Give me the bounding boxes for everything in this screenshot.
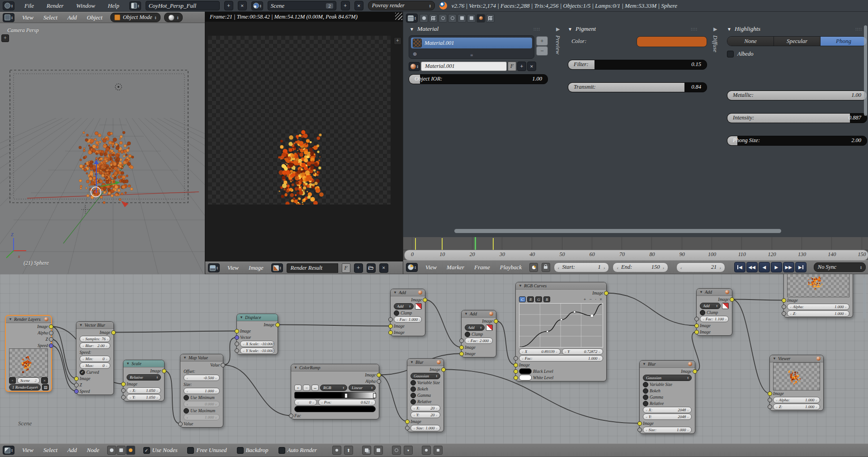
metallic-slider[interactable]: Metallic: 1.00 <box>727 90 867 100</box>
area-corner-widget[interactable] <box>395 13 402 20</box>
current-frame-field[interactable]: ‹ 21 › <box>676 262 725 272</box>
properties-tab-world[interactable] <box>448 14 457 23</box>
menu-marker[interactable]: Marker <box>443 263 468 272</box>
collapse-triangle-icon[interactable]: ▼ <box>240 315 243 319</box>
collapse-triangle-icon[interactable]: ▼ <box>464 312 468 316</box>
node-add-1[interactable]: ▼AddImageAdd▴▾Clamp‹Fac:1.000›ImageImage <box>390 289 425 336</box>
node-vector-blur[interactable]: ▼Vector BlurImage‹Samples:76›‹Blur:2.00›… <box>76 321 114 395</box>
checkbox[interactable] <box>278 447 285 454</box>
value-field[interactable]: ‹Fac:2.000› <box>465 338 493 344</box>
menu-node[interactable]: Node <box>83 446 103 455</box>
properties-tab-render-layers[interactable] <box>429 14 438 23</box>
menu-select[interactable]: Select <box>39 13 61 22</box>
checkbox[interactable] <box>237 447 244 454</box>
node-render-layers[interactable]: ▼Render LayersImageAlphaZSpeed◦Scene2×1 … <box>5 315 52 391</box>
node-link[interactable] <box>51 339 76 385</box>
material-datablock-icon-button[interactable]: ▴▾ <box>409 62 420 71</box>
panel-grip[interactable]: :::: <box>691 26 698 31</box>
scene-users-badge[interactable]: 2 <box>326 3 333 9</box>
menu-select[interactable]: Select <box>39 446 61 455</box>
menu-playback[interactable]: Playback <box>496 263 526 272</box>
toggle-backdrop[interactable]: Backdrop <box>237 447 269 454</box>
pigment-color-swatch[interactable] <box>637 36 707 47</box>
menu-view[interactable]: View <box>18 13 38 22</box>
editor-type-node[interactable]: ▴▾ <box>3 446 14 455</box>
editor-type-3d-view[interactable]: ▴▾ <box>3 13 14 22</box>
panel-grip[interactable]: :::: <box>855 26 862 31</box>
node-header[interactable]: ▼Blur <box>640 361 695 368</box>
input-socket-size[interactable] <box>405 426 410 430</box>
panel-expand-plus-icon[interactable]: + <box>394 37 401 45</box>
screen-layout-field[interactable]: CoyHot_Persp_Full <box>146 1 220 10</box>
mode-dropdown[interactable]: Object Mode ▴▾ <box>110 13 160 22</box>
input-socket-image[interactable] <box>694 324 699 328</box>
node-rgb-curves[interactable]: ▼RGB CurvesImageCRGB+−·×‹X0.89339›‹Y0.72… <box>515 282 607 381</box>
input-socket-image[interactable] <box>121 382 126 386</box>
input-socket-x[interactable] <box>121 388 126 393</box>
value-field[interactable]: ‹X0.89339› <box>519 348 561 355</box>
colorramp-active-color-bar[interactable] <box>294 406 376 412</box>
go-to-parent-tree-icon[interactable]: ⬆ <box>344 446 353 455</box>
scene-name-field[interactable]: Scene 2 <box>268 1 336 10</box>
node-displace[interactable]: ▼DisplaceImageImageVector‹X Scale:-10.00… <box>236 314 278 355</box>
properties-horizontal-scrollbar[interactable] <box>454 229 781 233</box>
node-header[interactable]: ▼Blur <box>407 359 443 366</box>
list-resize-grip[interactable]: ≡ <box>470 52 473 58</box>
curve-tool-0[interactable]: + <box>583 297 587 302</box>
node-scale[interactable]: ▼ScaleImageRelative▴▾Image‹X:1.050›‹Y:1.… <box>123 360 165 401</box>
value-field[interactable]: ‹Fac:1.000› <box>394 316 422 323</box>
output-socket-image[interactable] <box>730 297 734 302</box>
copy-buffers-icon[interactable] <box>362 446 371 455</box>
input-socket-size[interactable] <box>637 428 642 432</box>
node-editor[interactable]: ▼Render LayersImageAlphaZSpeed◦Scene2×1 … <box>0 274 868 443</box>
value-field[interactable]: ‹Y:1.050› <box>127 394 161 400</box>
menu-object[interactable]: Object <box>83 13 107 22</box>
output-socket-image[interactable] <box>604 291 609 295</box>
collapse-triangle-icon[interactable]: ▼ <box>410 360 414 364</box>
input-socket-image[interactable] <box>405 419 410 424</box>
region-expand-plus-icon[interactable]: + <box>1 34 9 42</box>
value-field[interactable]: ‹Size:1.000› <box>410 425 440 431</box>
input-socket-image[interactable] <box>768 391 772 396</box>
ramp-stop-marker[interactable] <box>344 393 348 398</box>
properties-tab-scene[interactable] <box>439 14 447 23</box>
checkbox-clamp[interactable] <box>465 332 470 337</box>
value-field[interactable]: ‹Alpha:1.000› <box>773 397 820 403</box>
pigment-panel-header[interactable]: ▼ Pigment <box>568 25 596 33</box>
material-slot-active[interactable]: Material.001 <box>411 38 532 48</box>
info-editor-selector[interactable]: ▴▾ <box>3 1 14 10</box>
toggle-free-unused[interactable]: Free Unused <box>187 447 226 454</box>
open-image-button[interactable]: 🗁 <box>367 263 376 273</box>
input-socket-yscale[interactable] <box>235 348 239 353</box>
keying-set-icon[interactable] <box>422 446 431 455</box>
checkbox-gamma[interactable] <box>643 395 648 400</box>
input-socket-image[interactable] <box>459 345 464 350</box>
output-socket-image[interactable] <box>423 298 427 302</box>
input-socket-fac[interactable] <box>388 317 393 322</box>
input-socket-image[interactable] <box>514 363 518 367</box>
color-swatch[interactable] <box>519 368 532 374</box>
delete-stop-button[interactable]: − <box>303 385 310 391</box>
interpolation-dropdown[interactable]: Linear▴▾ <box>349 385 376 391</box>
collapse-triangle-icon[interactable]: ▼ <box>79 323 83 327</box>
node-color-ramp[interactable]: ▼ColorRampImageAlpha+−↔RGB▴▾Linear▴▾‹0›‹… <box>291 364 379 419</box>
node-viewer[interactable]: ▼ViewerImage‹Alpha:1.000›‹Z:1.000› <box>769 355 824 411</box>
output-socket-image[interactable] <box>275 323 280 327</box>
value-field[interactable]: ‹Pos:0.621› <box>318 399 376 405</box>
curve-tool-1[interactable]: − <box>588 297 593 302</box>
diffuse-panel-collapsed-arrow[interactable]: ▶ <box>713 26 717 32</box>
checkbox-variable-size[interactable] <box>643 382 648 387</box>
node-header[interactable]: ▼Add <box>462 310 496 318</box>
properties-tab-camera[interactable] <box>420 14 428 23</box>
node-link[interactable] <box>278 325 391 326</box>
material-fake-user-button[interactable]: F <box>508 62 516 71</box>
output-socket-image[interactable] <box>49 324 53 329</box>
add-material-button[interactable]: + <box>517 62 526 71</box>
blend-mode-dropdown[interactable]: Gaussian▴▾ <box>643 375 692 381</box>
material-slot-list[interactable]: Material.001 ⊕ ≡ <box>409 35 534 59</box>
checkbox-variable-size[interactable] <box>410 380 416 386</box>
output-socket-image[interactable] <box>441 367 446 372</box>
render-engine-dropdown[interactable]: Povray render ▴▾ <box>368 1 435 10</box>
value-field[interactable]: ‹1.000› <box>184 388 220 394</box>
input-socket-image[interactable] <box>459 352 464 356</box>
